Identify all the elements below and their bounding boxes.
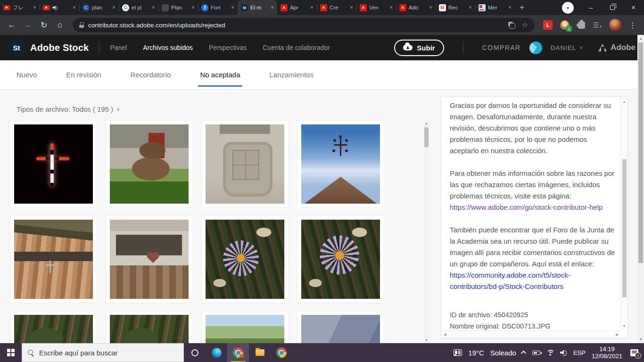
browser-tab[interactable]: f Fort ×	[198, 0, 238, 15]
secure-lock-icon[interactable]	[79, 22, 84, 28]
scroll-right-icon[interactable]: ▶	[616, 331, 619, 338]
new-tab-button[interactable]: +	[515, 0, 529, 15]
minimize-button[interactable]: –	[580, 0, 602, 15]
translate-icon[interactable]	[508, 22, 515, 29]
image-card[interactable]	[106, 121, 192, 207]
news-widget-icon[interactable]	[454, 349, 462, 356]
browser-tab[interactable]: G el pl ×	[119, 0, 158, 15]
scroll-down-icon[interactable]: ▼	[621, 323, 627, 329]
battery-icon[interactable]	[532, 351, 540, 355]
community-link[interactable]: https://community.adobe.com/t5/stock-con…	[450, 271, 570, 290]
image-card[interactable]	[106, 311, 192, 343]
scrollbar-thumb[interactable]	[622, 159, 627, 297]
language-indicator[interactable]: ESP	[573, 349, 586, 356]
adobe-stock-logo[interactable]: St	[8, 40, 25, 56]
clock[interactable]: 14:19 12/08/2021	[592, 346, 622, 360]
browser-tab[interactable]: M Rec ×	[436, 0, 475, 15]
nav-item-cuenta[interactable]: Cuenta de colaborador	[263, 44, 330, 51]
help-link[interactable]: https://www.adobe.com/go/stock-contribut…	[450, 203, 603, 211]
panel-vertical-scrollbar[interactable]: ▲ ▼	[620, 97, 627, 331]
image-card[interactable]	[10, 121, 97, 207]
tab-close-icon[interactable]: ×	[429, 4, 432, 11]
tab-close-icon[interactable]: ×	[389, 4, 393, 11]
tab-close-icon[interactable]: ×	[112, 4, 116, 11]
scroll-down-icon[interactable]: ▼	[637, 337, 644, 342]
browser-profile-avatar[interactable]	[609, 19, 621, 31]
grid-scrollbar[interactable]: ▲ ▼	[423, 121, 429, 343]
panel-horizontal-scrollbar[interactable]: ◀ ▶	[441, 330, 621, 337]
notification-center-icon[interactable]: 1	[630, 349, 638, 356]
tab-close-icon[interactable]: ×	[350, 4, 353, 11]
nav-item-archivos-subidos[interactable]: Archivos subidos	[143, 44, 193, 51]
tab-close-icon[interactable]: ×	[73, 4, 76, 11]
browser-tab[interactable]: A Ven ×	[356, 0, 396, 15]
tab-close-icon[interactable]: ×	[152, 4, 155, 11]
scroll-left-icon[interactable]: ◀	[444, 331, 446, 338]
weather-desc[interactable]: Soleado	[490, 349, 516, 357]
cortana-button[interactable]	[184, 343, 206, 362]
tab-close-icon[interactable]: ×	[33, 4, 36, 11]
volume-icon[interactable]	[560, 350, 567, 356]
browser-tab[interactable]: A Cre ×	[317, 0, 356, 15]
edge-button[interactable]	[206, 343, 227, 362]
extension-monkey-icon[interactable]: 1	[560, 20, 570, 30]
nav-item-perspectivas[interactable]: Perspectivas	[209, 44, 247, 51]
browser-tab-active[interactable]: St El m ×	[238, 0, 277, 15]
scroll-up-icon[interactable]: ▲	[423, 121, 429, 126]
tab-close-icon[interactable]: ×	[271, 4, 274, 11]
address-bar[interactable]: contributor.stock.adobe.com/en/uploads/r…	[73, 18, 535, 32]
image-card[interactable]	[202, 311, 288, 343]
upload-button[interactable]: Subir	[394, 40, 444, 56]
extension-lastpass-icon[interactable]: L	[543, 20, 553, 30]
taskbar-search[interactable]: Escribe aquí para buscar	[22, 343, 184, 362]
wifi-icon[interactable]	[546, 350, 554, 355]
chrome-button-active[interactable]	[227, 343, 249, 362]
image-card[interactable]	[297, 311, 384, 343]
tab-close-icon[interactable]: ×	[231, 4, 234, 11]
media-controls-icon[interactable]: ♪	[594, 22, 602, 29]
browser-tab[interactable]: Plan ×	[158, 0, 198, 15]
tab-close-icon[interactable]: ×	[191, 4, 195, 11]
browser-tab[interactable]: ×	[40, 0, 79, 15]
comprar-link[interactable]: COMPRAR	[482, 44, 521, 51]
scroll-down-icon[interactable]: ▼	[423, 337, 429, 343]
tab-nuevo[interactable]: Nuevo	[17, 60, 37, 89]
tab-en-revision[interactable]: En revisión	[66, 60, 101, 89]
image-card[interactable]	[297, 121, 384, 207]
scrollbar-thumb[interactable]	[638, 42, 643, 263]
tab-close-icon[interactable]: ×	[508, 4, 512, 11]
image-card[interactable]	[202, 121, 288, 207]
adobe-brand[interactable]: Adobe	[598, 43, 636, 52]
tab-close-icon[interactable]: ×	[469, 4, 472, 11]
tab-recordatorio[interactable]: Recordatorio	[131, 60, 171, 89]
chrome-button[interactable]	[271, 343, 292, 362]
page-url[interactable]: contributor.stock.adobe.com/en/uploads/r…	[88, 22, 508, 29]
tray-chevron-up-icon[interactable]	[521, 351, 526, 356]
scroll-up-icon[interactable]: ▲	[637, 36, 644, 41]
extensions-puzzle-icon[interactable]	[578, 22, 585, 29]
browser-tab[interactable]: A Apr ×	[277, 0, 317, 15]
file-type-filter[interactable]: Tipos de archivo: Todos ( 195 ) ∨	[17, 105, 120, 113]
restore-button[interactable]	[602, 0, 623, 15]
nav-item-panel[interactable]: Panel	[110, 44, 127, 51]
bookmark-star-icon[interactable]: ☆	[522, 21, 528, 29]
browser-tab[interactable]: Mer ×	[475, 0, 515, 15]
browser-tab[interactable]: C plan ×	[79, 0, 119, 15]
image-card[interactable]	[106, 216, 192, 303]
forward-button[interactable]: →	[21, 18, 35, 32]
user-avatar[interactable]	[529, 41, 542, 54]
browser-menu-icon[interactable]: ⋮	[629, 21, 636, 30]
tab-close-icon[interactable]: ×	[310, 4, 314, 11]
image-card[interactable]	[297, 216, 384, 303]
image-card[interactable]	[10, 311, 97, 343]
scroll-up-icon[interactable]: ▲	[621, 99, 627, 105]
file-explorer-button[interactable]	[249, 343, 271, 362]
image-card[interactable]	[10, 216, 97, 303]
back-button[interactable]: ←	[5, 18, 19, 32]
scrollbar-thumb[interactable]	[424, 127, 429, 147]
start-button[interactable]	[0, 343, 22, 362]
weather-temp[interactable]: 19°C	[468, 349, 484, 357]
page-scrollbar[interactable]: ▲ ▼	[637, 35, 644, 343]
image-card[interactable]	[202, 216, 288, 303]
home-button[interactable]: ⌂	[53, 18, 67, 32]
